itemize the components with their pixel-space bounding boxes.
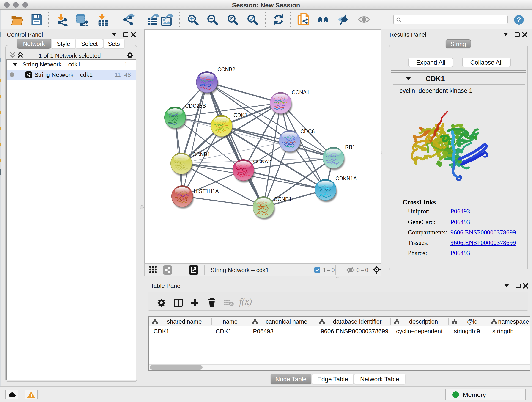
svg-text:CCNB2: CCNB2 <box>217 66 235 72</box>
svg-text:RB1: RB1 <box>345 144 355 150</box>
svg-text:CCNA2: CCNA2 <box>253 159 271 165</box>
svg-text:CDK1: CDK1 <box>234 112 247 118</box>
svg-text:CCNA1: CCNA1 <box>292 89 310 95</box>
svg-text:CDKN1A: CDKN1A <box>336 176 357 182</box>
svg-text:CCNB1: CCNB1 <box>192 152 210 157</box>
svg-text:HIST1H1A: HIST1H1A <box>194 188 219 194</box>
svg-text:CDC25B: CDC25B <box>185 103 206 109</box>
svg-text:CCNE1: CCNE1 <box>274 196 292 202</box>
svg-text:CDC6: CDC6 <box>300 128 315 134</box>
